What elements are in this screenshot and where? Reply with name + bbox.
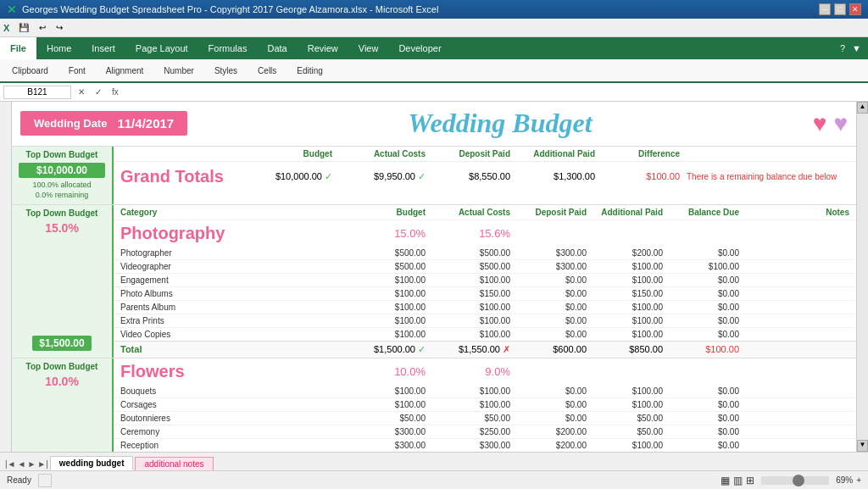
maximize-button[interactable]: □ (834, 3, 846, 15)
normal-view-icon[interactable]: ▦ (721, 475, 730, 486)
page-break-icon[interactable]: ⊞ (746, 475, 754, 486)
tab-page-layout[interactable]: Page Layout (125, 37, 198, 59)
tab-first-button[interactable]: |◄ (5, 459, 16, 469)
editing-group[interactable]: Editing (292, 64, 328, 77)
tab-formulas[interactable]: Formulas (198, 37, 258, 59)
table-row: Reception $300.00 $300.00 $200.00 $100.0… (114, 439, 856, 452)
window-controls[interactable]: ─ □ ✕ (819, 3, 861, 15)
redo-button[interactable]: ↪ (52, 21, 67, 34)
photography-left-panel: Top Down Budget 15.0% $1,500.00 (12, 205, 114, 358)
wedding-date-box: Wedding Date 11/4/2017 (20, 111, 187, 136)
hearts-decoration: ♥ ♥ (813, 110, 848, 137)
content-area: Wedding Date 11/4/2017 Wedding Budget ♥ … (0, 102, 868, 452)
minimize-button[interactable]: ─ (819, 3, 831, 15)
col-header-actual: Actual Costs (332, 149, 426, 158)
scroll-up-button[interactable]: ▲ (857, 102, 868, 114)
photo-col-deposit: Deposit Paid (510, 208, 587, 217)
top-down-budget-label: Top Down Budget (19, 150, 105, 159)
cells-group[interactable]: Cells (253, 64, 281, 77)
flowers-section: Top Down Budget 10.0% $1,000.00 Flowers … (12, 358, 856, 452)
vertical-scrollbar[interactable]: ▲ ▼ (856, 102, 868, 452)
number-group[interactable]: Number (159, 64, 199, 77)
formula-cancel-icon[interactable]: ✕ (75, 87, 88, 97)
tab-prev-button[interactable]: ◄ (18, 459, 26, 469)
table-row: Bouquets $100.00 $100.00 $0.00 $100.00 $… (114, 385, 856, 398)
wedding-title: Wedding Budget (187, 108, 813, 139)
photography-actual-pct: 15.6% (426, 227, 510, 240)
tab-home[interactable]: Home (36, 37, 81, 59)
status-right[interactable]: ▦ ▥ ⊞ 69% + (721, 475, 861, 486)
tab-view[interactable]: View (348, 37, 389, 59)
grand-budget-val: $10,000.00 ✓ (239, 171, 332, 182)
photo-col-budget: Budget (341, 208, 426, 217)
flowers-percent: 10.0% (45, 375, 79, 388)
grand-deposit-val: $8,550.00 (426, 171, 510, 181)
clipboard-group[interactable]: Clipboard (7, 64, 53, 77)
sheet-tabs[interactable]: |◄ ◄ ► ►| wedding budget additional note… (0, 452, 868, 470)
main-area: Wedding Date 11/4/2017 Wedding Budget ♥ … (0, 102, 868, 489)
styles-group[interactable]: Styles (209, 64, 242, 77)
tab-insert[interactable]: Insert (81, 37, 125, 59)
grand-difference-val: $100.00 (595, 171, 680, 181)
grand-totals-title: Grand Totals (120, 167, 239, 186)
grand-totals-section: Top Down Budget $10,000.00 100.0% alloca… (12, 147, 856, 205)
formula-input[interactable] (125, 87, 865, 97)
photography-section: Top Down Budget 15.0% $1,500.00 Category… (12, 205, 856, 358)
heart-purple-icon: ♥ (833, 110, 848, 137)
save-button[interactable]: 💾 (14, 21, 33, 34)
photography-total-row: Total $1,500.00 ✓ $1,550.00 ✗ $600.00 $8… (114, 341, 856, 358)
photo-col-actual: Actual Costs (426, 208, 510, 217)
ribbon-tabs[interactable]: File Home Insert Page Layout Formulas Da… (0, 37, 868, 59)
scroll-down-button[interactable]: ▼ (857, 440, 868, 452)
tab-navigation[interactable]: |◄ ◄ ► ►| (3, 458, 50, 470)
photo-total-check: ✓ (418, 344, 426, 354)
close-button[interactable]: ✕ (849, 3, 861, 15)
undo-button[interactable]: ↩ (35, 21, 50, 34)
formula-bar: ✕ ✓ fx (0, 83, 868, 102)
page-layout-icon[interactable]: ▥ (733, 475, 743, 486)
flowers-actual-pct: 9.0% (426, 365, 510, 378)
zoom-in-button[interactable]: + (856, 475, 861, 485)
heart-pink-icon: ♥ (813, 110, 827, 137)
actual-check-icon: ✓ (418, 171, 426, 181)
photography-rows: Photographer $500.00 $500.00 $300.00 $20… (114, 247, 856, 341)
wedding-date-label: Wedding Date (34, 117, 107, 130)
photography-percent: 15.0% (45, 221, 79, 235)
scroll-track[interactable] (857, 114, 868, 440)
help-icon[interactable]: ? (840, 43, 845, 53)
table-row: Videographer $500.00 $500.00 $300.00 $10… (114, 260, 856, 274)
formula-accept-icon[interactable]: ✓ (92, 87, 105, 97)
zoom-slider-thumb[interactable] (793, 475, 804, 486)
function-icon[interactable]: fx (108, 87, 122, 97)
table-row: Photographer $500.00 $500.00 $300.00 $20… (114, 247, 856, 260)
zoom-slider[interactable] (761, 476, 829, 485)
flowers-cat-pct: 10.0% (341, 365, 426, 378)
title-bar: ✕ Georges Wedding Budget Spreadsheet Pro… (0, 0, 868, 19)
flowers-title: Flowers (120, 362, 341, 381)
sheet-tab-additional-notes[interactable]: additional notes (135, 457, 213, 470)
tab-developer[interactable]: Developer (388, 37, 451, 59)
status-left: Ready (7, 474, 52, 487)
table-row: Photo Albums $100.00 $150.00 $0.00 $150.… (114, 287, 856, 301)
table-row: Parents Album $100.00 $100.00 $0.00 $100… (114, 301, 856, 314)
photography-top-down-label: Top Down Budget (19, 208, 105, 218)
tab-file[interactable]: File (0, 37, 36, 59)
cell-reference-input[interactable] (3, 86, 71, 99)
sheet-area: Wedding Date 11/4/2017 Wedding Budget ♥ … (12, 102, 856, 452)
ribbon-minimize-icon[interactable]: ▼ (852, 43, 861, 53)
table-row: Ceremony $300.00 $250.00 $200.00 $50.00 … (114, 425, 856, 439)
ready-status: Ready (7, 475, 31, 485)
tab-last-button[interactable]: ►| (37, 459, 48, 469)
tab-data[interactable]: Data (257, 37, 297, 59)
col-header-difference: Difference (595, 149, 680, 158)
budget-container[interactable]: Top Down Budget $10,000.00 100.0% alloca… (12, 147, 856, 452)
table-row: Video Copies $100.00 $100.00 $0.00 $100.… (114, 328, 856, 341)
tab-review[interactable]: Review (298, 37, 348, 59)
alignment-group[interactable]: Alignment (101, 64, 148, 77)
font-group[interactable]: Font (64, 64, 91, 77)
photo-actual-x: ✗ (503, 344, 510, 354)
tab-next-button[interactable]: ► (27, 459, 36, 469)
sheet-tab-wedding-budget[interactable]: wedding budget (50, 456, 134, 470)
flowers-left-panel: Top Down Budget 10.0% $1,000.00 (12, 358, 114, 452)
grand-actual-val: $9,950.00 ✓ (332, 171, 426, 182)
